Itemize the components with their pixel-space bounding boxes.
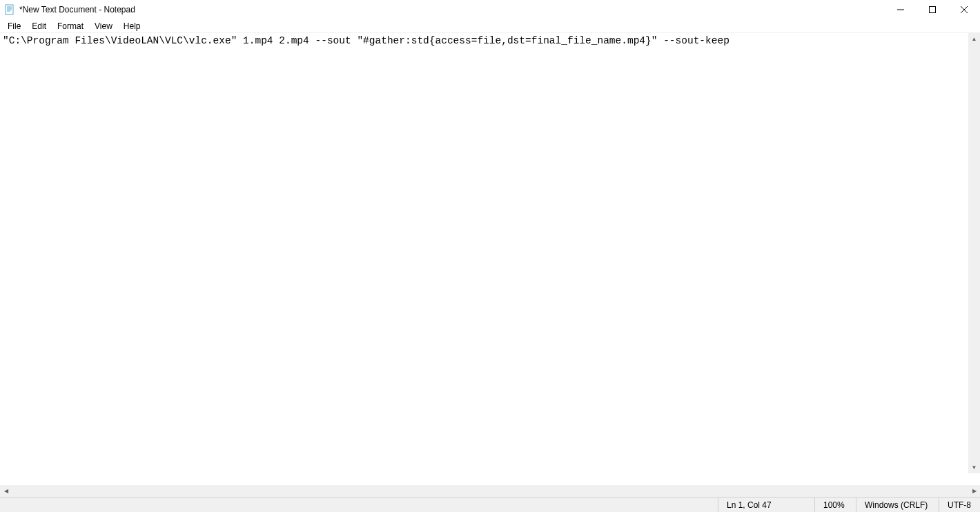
horizontal-scrollbar[interactable]: ◀ ▶ xyxy=(0,485,980,497)
maximize-icon xyxy=(929,6,936,13)
minimize-icon xyxy=(897,6,904,13)
status-position: Ln 1, Col 47 xyxy=(718,498,814,512)
text-editor[interactable] xyxy=(0,33,980,485)
close-icon xyxy=(961,6,968,13)
menu-file[interactable]: File xyxy=(3,20,26,32)
maximize-button[interactable] xyxy=(917,0,948,19)
menu-view[interactable]: View xyxy=(90,20,117,32)
menu-edit[interactable]: Edit xyxy=(27,20,51,32)
status-zoom: 100% xyxy=(814,498,856,512)
menu-format[interactable]: Format xyxy=(52,20,88,32)
notepad-icon xyxy=(4,4,15,15)
menu-help[interactable]: Help xyxy=(119,20,146,32)
titlebar: *New Text Document - Notepad xyxy=(0,0,980,19)
scroll-up-icon[interactable]: ▲ xyxy=(968,33,980,45)
scroll-left-icon[interactable]: ◀ xyxy=(0,485,12,497)
statusbar: Ln 1, Col 47 100% Windows (CRLF) UTF-8 xyxy=(0,497,980,512)
minimize-button[interactable] xyxy=(885,0,917,19)
window-controls xyxy=(885,0,980,19)
scroll-right-icon[interactable]: ▶ xyxy=(968,485,980,497)
svg-rect-6 xyxy=(930,7,936,13)
menubar: File Edit Format View Help xyxy=(0,19,980,33)
status-encoding: UTF-8 xyxy=(939,498,980,512)
close-button[interactable] xyxy=(948,0,980,19)
titlebar-left: *New Text Document - Notepad xyxy=(4,4,135,15)
scroll-down-icon[interactable]: ▼ xyxy=(968,462,980,473)
vertical-scrollbar[interactable]: ▲ ▼ xyxy=(968,33,980,473)
editor-area: ▲ ▼ xyxy=(0,33,980,485)
status-line-ending: Windows (CRLF) xyxy=(856,498,939,512)
window-title: *New Text Document - Notepad xyxy=(19,5,135,14)
